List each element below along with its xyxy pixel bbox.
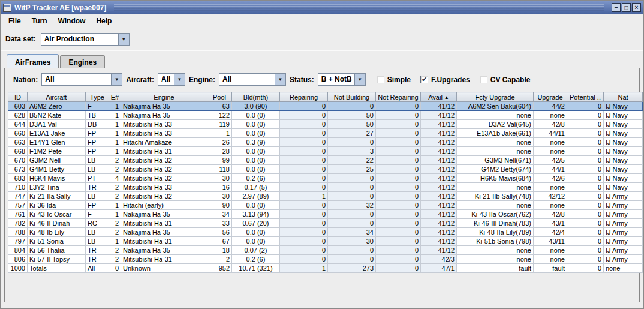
cell-nat: IJ Navy [604, 165, 643, 174]
column-header-type[interactable]: Type [86, 92, 109, 102]
table-row[interactable]: 761Ki-43-Ic OscarF1Nakajima Ha-35343.13 … [8, 210, 643, 219]
nation-filter-combo[interactable]: All ▼ [41, 73, 122, 86]
chevron-down-icon[interactable]: ▼ [275, 74, 285, 85]
table-row[interactable]: 782Ki-46-II DinahRC2Mitsubishi Ha-31330.… [8, 219, 643, 228]
cell-nat: IJ Army [604, 219, 643, 228]
cell-fcty-upgrade: Ki-51b Sonia (798) [457, 237, 534, 246]
column-header-label: Upgrade [537, 94, 562, 101]
table-row[interactable]: 644D3A1 ValDB1Mitsubishi Ha-331190.0 (0)… [8, 120, 643, 129]
cell-engine: Nakajima Ha-35 [121, 210, 207, 219]
cell-upgrade: none [534, 147, 567, 156]
menu-turn[interactable]: Turn [26, 16, 53, 26]
column-header-not-building[interactable]: Not Building [328, 92, 376, 102]
cell-pool: 99 [207, 156, 232, 165]
chevron-down-icon[interactable]: ▼ [118, 34, 129, 45]
cell-bld-mth: 2.97 (89) [232, 192, 280, 201]
column-header-label: Aircraft [46, 94, 67, 101]
cell-potential: 0 [567, 165, 604, 174]
table-row[interactable]: 670G3M2 NellLB2Mitsubishi Ha-32990.0 (0)… [8, 156, 643, 165]
dataset-combo[interactable]: Air Production ▼ [41, 33, 130, 46]
cell-not-repairing: 0 [376, 111, 421, 120]
column-header-not-repairing[interactable]: Not Repairing [376, 92, 421, 102]
cell-engine: Nakajima Ha-35 [121, 102, 207, 111]
table-row[interactable]: 603A6M2 ZeroF1Nakajima Ha-35633.0 (90)00… [8, 102, 643, 111]
unchecked-checkbox-icon [480, 76, 487, 83]
column-header-nat[interactable]: Nat [604, 92, 643, 102]
close-button[interactable]: × [632, 3, 641, 12]
column-header-fcty-upgrade[interactable]: Fcty Upgrade [457, 92, 534, 102]
chevron-down-icon[interactable]: ▼ [354, 74, 365, 85]
checkbox-simple[interactable]: Simple [377, 76, 411, 84]
cell-bld-mth: 0.0 (0) [232, 237, 280, 246]
cell-not-building: 0 [328, 174, 376, 183]
cell-aircraft: D3A1 Val [28, 120, 86, 129]
cell-id: 761 [8, 210, 28, 219]
cell-repairing: 0 [280, 120, 328, 129]
cell-type: TB [86, 111, 109, 120]
cell-fcty-upgrade: Ki-43-IIa Oscar(762) [457, 210, 534, 219]
minimize-button[interactable]: – [612, 3, 621, 12]
aircraft-filter-combo[interactable]: All ▼ [158, 73, 185, 86]
column-header-potential[interactable]: Potential .. [567, 92, 604, 102]
cell-repairing: 0 [280, 183, 328, 192]
cell-not-repairing: 0 [376, 255, 421, 264]
cell-pool: 118 [207, 165, 232, 174]
column-header-id[interactable]: ID [8, 92, 28, 102]
cell-upgrade: 44/11 [534, 129, 567, 138]
column-header-e[interactable]: E# [109, 92, 121, 102]
tab-engines[interactable]: Engines [60, 55, 105, 68]
cell-not-repairing: 0 [376, 246, 421, 255]
table-row[interactable]: 660E13A1 JakeFP1Mitsubishi Ha-3310.0 (0)… [8, 129, 643, 138]
cell-fcty-upgrade: Ki-21-IIb Sally(748) [457, 192, 534, 201]
status-filter-combo[interactable]: B + NotB ▼ [318, 73, 366, 86]
cell-engine: Mitsubishi Ha-31 [121, 219, 207, 228]
menu-file[interactable]: File [3, 16, 26, 26]
maximize-button[interactable]: □ [622, 3, 631, 12]
cell-potential: 0 [567, 192, 604, 201]
column-header-label: Engine [154, 94, 174, 101]
table-row[interactable]: 663E14Y1 GlenFP1Hitachi Amakaze260.3 (9)… [8, 138, 643, 147]
table-row[interactable]: 804Ki-56 ThaliaTR2Nakajima Ha-35180.07 (… [8, 246, 643, 255]
table-row[interactable]: 797Ki-51 SoniaLB1Mitsubishi Ha-31670.0 (… [8, 237, 643, 246]
cell-nat: IJ Navy [604, 102, 643, 111]
column-header-avail[interactable]: Avail▲ [421, 92, 457, 102]
tab-airframes[interactable]: AirFrames [7, 54, 59, 68]
column-header-upgrade[interactable]: Upgrade [534, 92, 567, 102]
column-header-engine[interactable]: Engine [121, 92, 207, 102]
checkbox-f-upgrades[interactable]: ✔F.Upgrades [420, 76, 470, 84]
table-row[interactable]: 673G4M1 BettyLB2Mitsubishi Ha-321180.0 (… [8, 165, 643, 174]
checkbox-cv-capable[interactable]: CV Capable [480, 76, 531, 84]
cell-e: 2 [109, 183, 121, 192]
column-header-bld-mth[interactable]: Bld(mth) [232, 92, 280, 102]
cell-avail: 41/12 [421, 183, 457, 192]
menu-help[interactable]: Help [91, 16, 117, 26]
table-row[interactable]: 668F1M2 PeteFP1Mitsubishi Ha-31280.0 (0)… [8, 147, 643, 156]
chevron-down-icon[interactable]: ▼ [111, 74, 122, 85]
menu-window[interactable]: Window [52, 16, 91, 26]
cell-potential: 0 [567, 210, 604, 219]
cell-pool: 18 [207, 246, 232, 255]
table-row[interactable]: 1000TotalsAll0Unknown95210.71 (321)12730… [8, 264, 643, 273]
column-header-aircraft[interactable]: Aircraft [28, 92, 86, 102]
cell-not-building: 50 [328, 111, 376, 120]
cell-nat: IJ Army [604, 255, 643, 264]
table-row[interactable]: 747Ki-21-IIa SallyLB2Mitsubishi Ha-32302… [8, 192, 643, 201]
table-row[interactable]: 710L3Y2 TinaTR2Mitsubishi Ha-33160.17 (5… [8, 183, 643, 192]
column-header-repairing[interactable]: Repairing [280, 92, 328, 102]
engine-filter-combo[interactable]: All ▼ [219, 73, 286, 86]
column-header-pool[interactable]: Pool [207, 92, 232, 102]
table-row[interactable]: 757Ki-36 IdaFP1Hitachi (early)900.0 (0)0… [8, 201, 643, 210]
chevron-down-icon[interactable]: ▼ [174, 74, 185, 85]
checkbox-label: Simple [387, 76, 411, 84]
cell-e: 2 [109, 228, 121, 237]
engine-filter-label: Engine: [189, 76, 215, 84]
cell-type: PT [86, 174, 109, 183]
cell-aircraft: Ki-43-Ic Oscar [28, 210, 86, 219]
table-row[interactable]: 806Ki-57-II TopsyTR2Mitsubishi Ha-3120.2… [8, 255, 643, 264]
table-row[interactable]: 683H6K4 MavisPT4Mitsubishi Ha-32300.2 (6… [8, 174, 643, 183]
cell-aircraft: E13A1 Jake [28, 129, 86, 138]
cell-e: 1 [109, 147, 121, 156]
cell-pool: 33 [207, 219, 232, 228]
table-row[interactable]: 628B5N2 KateTB1Nakajima Ha-351220.0 (0)0… [8, 111, 643, 120]
table-row[interactable]: 788Ki-48-Ib LilyLB2Nakajima Ha-35560.0 (… [8, 228, 643, 237]
